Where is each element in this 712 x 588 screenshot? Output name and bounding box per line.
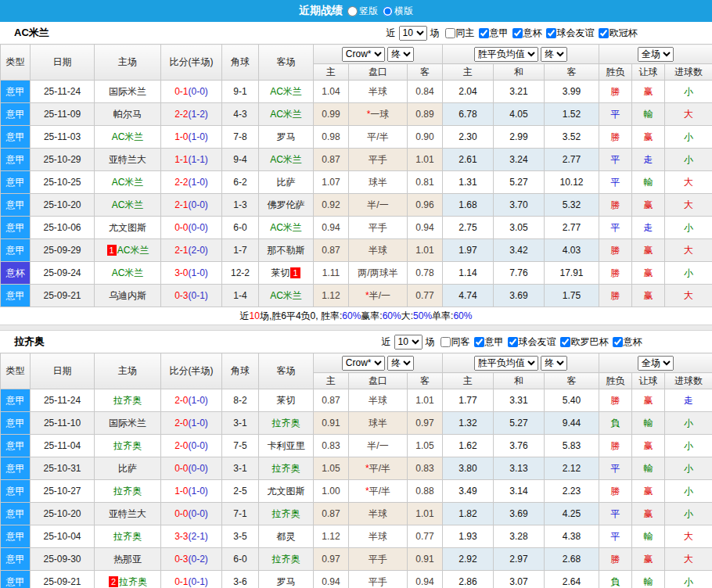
home-team-cell: 尤文图斯 <box>95 217 161 239</box>
filter-option[interactable]: 意杯 <box>610 335 642 349</box>
result-handicap-cell: 走 <box>632 217 665 239</box>
away-team-cell: AC米兰 <box>259 285 314 307</box>
filter-option[interactable]: 球会友谊 <box>505 335 556 349</box>
odds-home-cell: 0.83 <box>314 435 349 457</box>
match-row: 意甲25-09-30热那亚0-3(0-2)6-0拉齐奥0.97平手0.912.9… <box>1 548 712 571</box>
competition-type-cell: 意甲 <box>1 457 31 480</box>
handicap-cell: 半球 <box>349 239 408 262</box>
filter-label: 球会友谊 <box>557 27 595 40</box>
filter-checkbox[interactable] <box>508 337 518 347</box>
away-team-cell: 罗马 <box>259 126 314 149</box>
filter-checkbox[interactable] <box>474 337 484 347</box>
avg-win-cell: 1.32 <box>443 412 494 435</box>
avg-group-header: 胜平负均值 终 <box>443 45 599 64</box>
corner-cell: 9-4 <box>222 149 259 171</box>
avg-final-select[interactable]: 终 <box>541 356 567 371</box>
competition-type-cell: 意甲 <box>1 149 31 171</box>
filter-checkbox[interactable] <box>599 28 609 38</box>
date-cell: 25-11-24 <box>31 389 95 412</box>
filter-option[interactable]: 意甲 <box>472 335 504 349</box>
away-team-name: AC米兰 <box>270 290 302 301</box>
result-goals-cell: 小 <box>665 126 712 149</box>
bookmaker-select[interactable]: Crow* <box>342 356 385 371</box>
filter-option[interactable]: 同客 <box>438 335 470 349</box>
col-odds-home: 主 <box>314 64 349 81</box>
col-type: 类型 <box>1 353 31 389</box>
filter-option[interactable]: 欧罗巴杯 <box>558 335 609 349</box>
layout-option-vertical[interactable]: 竖版 <box>347 5 378 18</box>
away-team-cell: 尤文图斯 <box>259 480 314 503</box>
avg-draw-cell: 3.31 <box>494 389 545 412</box>
score-cell: 2-1(0-0) <box>161 194 222 217</box>
match-count-select[interactable]: 10 <box>394 335 423 350</box>
avg-draw-cell: 3.70 <box>494 194 545 217</box>
vertical-label: 竖版 <box>359 5 378 18</box>
col-avg-draw: 和 <box>494 64 545 81</box>
match-row: 意甲25-11-10国际米兰2-0(1-0)3-1拉齐奥0.91球半0.971.… <box>1 412 712 435</box>
avg-win-cell: 3.49 <box>443 480 494 503</box>
odds-final-select[interactable]: 终 <box>387 356 414 371</box>
fulltime-score: 2-0 <box>174 418 188 428</box>
away-team-name: 莱切 <box>271 267 289 278</box>
score-cell: 1-1(1-1) <box>161 149 222 171</box>
score-cell: 2-2(1-0) <box>161 171 222 194</box>
date-cell: 25-10-04 <box>31 525 95 548</box>
competition-type-cell: 意甲 <box>1 548 31 571</box>
filter-checkbox[interactable] <box>512 28 523 38</box>
filter-checkbox[interactable] <box>613 337 623 347</box>
horizontal-radio[interactable] <box>383 6 393 16</box>
matches-body: 意甲25-11-24国际米兰0-1(0-0)9-1AC米兰1.04半球0.842… <box>1 81 712 307</box>
match-row: 意甲25-10-31比萨0-0(0-0)3-1拉齐奥1.05*平/半0.833.… <box>1 457 712 480</box>
odds-home-cell: 1.04 <box>314 81 349 103</box>
away-team-cell: 比萨 <box>259 171 314 194</box>
avg-draw-cell: 3.42 <box>494 239 545 262</box>
corner-cell: 1-7 <box>222 239 259 262</box>
match-count-select[interactable]: 10 <box>399 26 427 41</box>
away-team-cell: 罗马 <box>259 571 314 588</box>
odds-away-cell: 1.01 <box>408 389 443 412</box>
scope-select[interactable]: 全场 <box>638 356 674 371</box>
filter-checkbox[interactable] <box>445 28 455 38</box>
avg-type-select[interactable]: 胜平负均值 <box>474 356 538 371</box>
away-team-cell: 莱切1 <box>259 262 314 285</box>
col-avg-home: 主 <box>443 373 494 389</box>
result-wdl-cell: 勝 <box>599 548 632 571</box>
away-team-cell: 那不勒斯 <box>259 239 314 262</box>
col-date: 日期 <box>31 45 95 81</box>
home-team-cell: 国际米兰 <box>95 81 161 103</box>
corner-cell: 1-4 <box>222 285 259 307</box>
avg-type-select[interactable]: 胜平负均值 <box>474 47 538 62</box>
avg-lose-cell: 1.75 <box>545 285 599 307</box>
odds-final-select[interactable]: 终 <box>387 47 414 62</box>
home-team-cell: 国际米兰 <box>95 412 161 435</box>
filter-option[interactable]: 欧冠杯 <box>596 27 638 40</box>
vertical-radio[interactable] <box>347 6 358 16</box>
handicap-cell: 半球 <box>349 525 408 548</box>
score-cell: 1-0(1-0) <box>161 480 222 503</box>
match-row: 意甲25-10-29亚特兰大1-1(1-1)9-4AC米兰0.87平手1.012… <box>1 149 712 171</box>
bookmaker-select[interactable]: Crow* <box>342 47 385 62</box>
filter-checkbox[interactable] <box>479 28 489 38</box>
match-row: 意甲25-11-24拉齐奥2-0(1-0)8-2莱切0.87半球1.011.77… <box>1 389 712 412</box>
avg-draw-cell: 7.76 <box>494 262 545 285</box>
filter-checkbox[interactable] <box>441 337 451 347</box>
filter-checkbox[interactable] <box>546 28 556 38</box>
filter-option[interactable]: 球会友谊 <box>544 27 595 40</box>
odds-home-cell: 1.07 <box>314 171 349 194</box>
scope-select[interactable]: 全场 <box>638 47 674 62</box>
filter-option[interactable]: 意杯 <box>510 27 542 40</box>
filter-checkbox[interactable] <box>560 337 570 347</box>
corner-cell: 9-1 <box>222 81 259 103</box>
layout-option-horizontal[interactable]: 横版 <box>383 5 413 18</box>
filter-label: 欧冠杯 <box>610 27 638 40</box>
avg-final-select[interactable]: 终 <box>541 47 567 62</box>
summary-segment: 10 <box>250 310 260 321</box>
fulltime-score: 2-0 <box>174 395 188 406</box>
away-team-cell: 都灵 <box>259 525 314 548</box>
fulltime-score: 3-3 <box>174 531 188 542</box>
halftime-score: (0-0) <box>189 199 208 210</box>
away-team-name: 那不勒斯 <box>268 245 305 256</box>
competition-type-cell: 意甲 <box>1 103 31 126</box>
filter-option[interactable]: 同主 <box>443 27 475 40</box>
filter-option[interactable]: 意甲 <box>476 27 509 40</box>
